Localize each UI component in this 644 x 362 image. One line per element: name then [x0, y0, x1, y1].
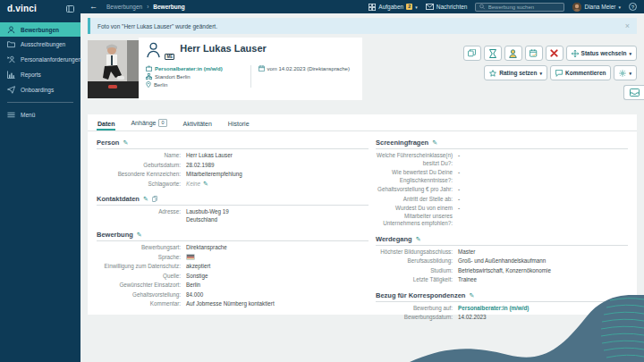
sidebar-item-bewerbungen[interactable]: Bewerbungen: [0, 22, 80, 37]
search-box[interactable]: [475, 3, 564, 12]
field-label: Gehaltsvorstellung:: [97, 291, 186, 299]
close-icon[interactable]: ×: [625, 21, 630, 30]
brand-logo: d.vinci: [7, 4, 37, 13]
section-screeningfragen: Screeningfragen ✎ Welche Führerscheinkla…: [376, 139, 628, 228]
field-value: Mitarbeiterempfehlung: [186, 171, 242, 179]
help-icon[interactable]: ?: [629, 3, 637, 11]
field-label: Adresse:: [97, 208, 186, 216]
field-value: -: [458, 186, 460, 194]
section-title: Kontaktdaten: [97, 195, 140, 203]
field-value: Auf Jobmesse Nürnberg kontaktiert: [186, 300, 275, 308]
data-row: Höchster Bildungsabschluss:Master: [376, 248, 628, 257]
notification-text: Foto von "Herr Lukas Lauser" wurde geänd…: [97, 23, 217, 29]
pool-person-icon: [509, 49, 517, 58]
messages-label: Nachrichten: [436, 4, 468, 10]
field-value: 84.000: [186, 291, 203, 299]
tasks-label: Aufgaben: [378, 4, 403, 10]
messages-button[interactable]: Nachrichten: [426, 4, 468, 10]
applicant-info-card: ME Herr Lukas Lauser Personalberater:in …: [139, 38, 362, 100]
data-row: Bewerbung auf:Personalberater:in (m/w/d): [376, 305, 628, 313]
sidebar-item-reports[interactable]: Reports: [0, 67, 80, 82]
status-change-label: Status wechseln: [581, 50, 627, 56]
speech-bubble-icon: [555, 70, 563, 77]
back-arrow-icon[interactable]: ←: [89, 3, 97, 11]
tab-label: Aktivitäten: [183, 121, 212, 127]
section-title: Werdegang: [376, 235, 412, 243]
duplicate-button[interactable]: [463, 46, 481, 61]
settings-button[interactable]: ▾: [614, 65, 637, 80]
hourglass-icon: [489, 49, 496, 58]
comment-button[interactable]: Kommentieren: [550, 65, 612, 80]
location-pin-icon: [146, 81, 151, 88]
edit-pencil-icon[interactable]: ✎: [123, 139, 128, 146]
field-value: Lausbub-Weg 19: [186, 208, 229, 216]
edit-pencil-icon[interactable]: ✎: [143, 196, 148, 202]
job-link[interactable]: Personalberater:in (m/w/d): [155, 66, 223, 72]
reject-button[interactable]: [546, 46, 564, 61]
field-value: -: [458, 152, 460, 160]
data-row: Kommentar:Auf Jobmesse Nürnberg kontakti…: [97, 300, 369, 308]
field-value: Sonstige: [186, 273, 208, 281]
field-value: Trainee: [458, 276, 477, 284]
sidebar-item-ausschreibungen[interactable]: Ausschreibungen: [0, 37, 80, 52]
sidebar: d.vinci Bewerbungen Ausschreibungen: [0, 0, 80, 362]
postpone-button[interactable]: [484, 46, 502, 61]
correspondence-tray-button[interactable]: [623, 85, 644, 100]
data-row: Sprache:: [97, 254, 369, 262]
gear-icon: [619, 70, 626, 77]
copy-icon[interactable]: [152, 196, 157, 202]
edit-pencil-icon[interactable]: ✎: [432, 139, 437, 146]
tab-historie[interactable]: Historie: [227, 121, 250, 130]
applicant-data-card: Daten Anhänge0 Aktivitäten Historie Pers…: [88, 114, 637, 315]
divider: [250, 65, 251, 88]
app-window: d.vinci Bewerbungen Ausschreibungen: [0, 0, 644, 362]
tasks-menu-button[interactable]: Aufgaben 2 ▾: [369, 4, 417, 11]
data-row: Studium:Betriebswirtschaft, Konzernökono…: [376, 267, 628, 275]
data-row: Geburtsdatum:28.02.1989: [97, 162, 369, 170]
field-label: Studium:: [376, 267, 458, 275]
user-avatar: [572, 3, 581, 12]
tab-aktivitaeten[interactable]: Aktivitäten: [182, 121, 213, 130]
section-korrespondenzen: Bezug für Korrespondenzen ✎ Bewerbung au…: [376, 291, 628, 322]
tasks-count-badge: 2: [406, 4, 412, 10]
status-change-button[interactable]: Status wechseln ▾: [566, 46, 637, 61]
rating-button[interactable]: Rating setzen ▾: [484, 65, 547, 80]
field-label: Besondere Kennzeichen:: [97, 171, 186, 179]
edit-pencil-icon[interactable]: ✎: [137, 232, 142, 238]
data-row: Adresse: Lausbub-Weg 19 Deutschland: [97, 208, 369, 223]
tab-daten[interactable]: Daten: [97, 121, 115, 130]
section-title: Bewerbung: [97, 231, 133, 239]
breadcrumb-parent[interactable]: Bewerbungen: [106, 4, 142, 10]
field-label: Antritt der Stelle ab:: [376, 196, 458, 204]
edit-pencil-icon[interactable]: ✎: [469, 292, 474, 299]
applicant-site: Standort Berlin: [146, 73, 243, 80]
talent-pool-button[interactable]: [504, 46, 522, 61]
folder-icon: [7, 40, 15, 48]
tasks-grid-icon: [369, 4, 376, 11]
user-menu-button[interactable]: Diana Meier ▾: [572, 3, 621, 12]
field-value: Direktansprache: [186, 244, 227, 252]
sidebar-item-onboardings[interactable]: Onboardings: [0, 82, 80, 97]
sidebar-item-menu[interactable]: Menü: [0, 107, 80, 122]
field-value: Betriebswirtschaft, Konzernökonomie: [458, 267, 551, 275]
section-title: Screeningfragen: [376, 139, 428, 147]
field-label: Bewerbungsart:: [97, 244, 186, 252]
chevron-down-icon: ▾: [618, 4, 621, 10]
field-label: Bewerbungsdatum:: [376, 314, 458, 322]
application-link[interactable]: Personalberater:in (m/w/d): [458, 305, 529, 313]
schedule-event-button[interactable]: [525, 46, 543, 61]
envelope-icon: [426, 4, 434, 10]
sidebar-item-personalanforderungen[interactable]: Personalanforderungen: [0, 52, 80, 67]
field-label: Gehaltsvorstellung € pro Jahr:: [376, 186, 458, 194]
data-row: Schlagworte:Keine✎: [97, 181, 369, 189]
collapse-sidebar-icon[interactable]: [66, 5, 74, 13]
edit-pencil-icon[interactable]: ✎: [203, 181, 208, 187]
tab-anhaenge[interactable]: Anhänge0: [130, 119, 167, 130]
sidebar-item-label: Ausschreibungen: [21, 41, 65, 47]
inbox-envelope-icon: [630, 88, 640, 97]
search-input[interactable]: [488, 4, 561, 10]
edit-pencil-icon[interactable]: ✎: [416, 236, 421, 242]
section-werdegang: Werdegang ✎ Höchster Bildungsabschluss:M…: [376, 235, 628, 284]
data-row: Wurdest Du von einem Mitarbeiter unseres…: [376, 205, 628, 228]
data-row: Bewerbungsdatum:14.02.2023: [376, 314, 628, 322]
